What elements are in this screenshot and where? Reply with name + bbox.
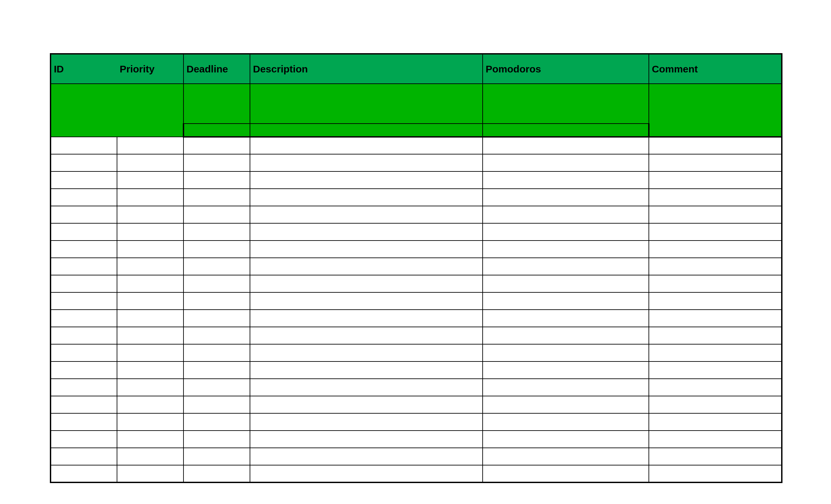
- cell-id[interactable]: [51, 292, 117, 309]
- cell-description[interactable]: [250, 327, 483, 344]
- table-row[interactable]: [51, 448, 782, 465]
- cell-priority[interactable]: [117, 361, 183, 379]
- table-row[interactable]: [51, 275, 782, 292]
- cell-id[interactable]: [51, 154, 117, 172]
- cell-deadline[interactable]: [183, 189, 250, 206]
- cell-comment[interactable]: [649, 154, 782, 172]
- cell-id[interactable]: [51, 448, 117, 465]
- cell-deadline[interactable]: [183, 275, 250, 292]
- cell-deadline[interactable]: [183, 154, 250, 172]
- table-row[interactable]: [51, 309, 782, 327]
- cell-comment[interactable]: [649, 309, 782, 327]
- cell-comment[interactable]: [649, 327, 782, 344]
- table-row[interactable]: [51, 413, 782, 431]
- cell-priority[interactable]: [117, 241, 183, 258]
- table-row[interactable]: [51, 344, 782, 361]
- cell-description[interactable]: [250, 275, 483, 292]
- cell-comment[interactable]: [649, 189, 782, 206]
- cell-id[interactable]: [51, 206, 117, 223]
- cell-comment[interactable]: [649, 241, 782, 258]
- cell-description[interactable]: [250, 309, 483, 327]
- cell-deadline[interactable]: [183, 258, 250, 275]
- cell-comment[interactable]: [649, 172, 782, 189]
- cell-comment[interactable]: [649, 223, 782, 241]
- cell-deadline[interactable]: [183, 379, 250, 396]
- cell-description[interactable]: [250, 413, 483, 431]
- cell-priority[interactable]: [117, 396, 183, 413]
- table-row[interactable]: [51, 206, 782, 223]
- cell-deadline[interactable]: [183, 223, 250, 241]
- cell-description[interactable]: [250, 379, 483, 396]
- cell-description[interactable]: [250, 431, 483, 448]
- cell-priority[interactable]: [117, 413, 183, 431]
- cell-id[interactable]: [51, 309, 117, 327]
- cell-description[interactable]: [250, 172, 483, 189]
- cell-description[interactable]: [250, 448, 483, 465]
- cell-comment[interactable]: [649, 292, 782, 309]
- cell-id[interactable]: [51, 413, 117, 431]
- cell-id[interactable]: [51, 327, 117, 344]
- table-row[interactable]: [51, 258, 782, 275]
- cell-pomodoros[interactable]: [483, 258, 649, 275]
- cell-pomodoros[interactable]: [483, 327, 649, 344]
- cell-pomodoros[interactable]: [483, 223, 649, 241]
- cell-pomodoros[interactable]: [483, 189, 649, 206]
- cell-pomodoros[interactable]: [483, 206, 649, 223]
- cell-id[interactable]: [51, 361, 117, 379]
- table-row[interactable]: [51, 327, 782, 344]
- table-row[interactable]: [51, 241, 782, 258]
- cell-pomodoros[interactable]: [483, 448, 649, 465]
- cell-id[interactable]: [51, 275, 117, 292]
- cell-pomodoros[interactable]: [483, 379, 649, 396]
- cell-deadline[interactable]: [183, 327, 250, 344]
- cell-deadline[interactable]: [183, 431, 250, 448]
- cell-comment[interactable]: [649, 361, 782, 379]
- cell-priority[interactable]: [117, 275, 183, 292]
- cell-priority[interactable]: [117, 154, 183, 172]
- cell-pomodoros[interactable]: [483, 172, 649, 189]
- table-row[interactable]: [51, 465, 782, 482]
- cell-priority[interactable]: [117, 431, 183, 448]
- cell-priority[interactable]: [117, 223, 183, 241]
- cell-pomodoros[interactable]: [483, 275, 649, 292]
- cell-deadline[interactable]: [183, 172, 250, 189]
- cell-comment[interactable]: [649, 413, 782, 431]
- cell-priority[interactable]: [117, 379, 183, 396]
- cell-priority[interactable]: [117, 189, 183, 206]
- table-row[interactable]: [51, 431, 782, 448]
- cell-pomodoros[interactable]: [483, 241, 649, 258]
- cell-deadline[interactable]: [183, 465, 250, 482]
- table-row[interactable]: [51, 223, 782, 241]
- cell-priority[interactable]: [117, 344, 183, 361]
- table-row[interactable]: [51, 189, 782, 206]
- cell-priority[interactable]: [117, 206, 183, 223]
- table-row[interactable]: [51, 379, 782, 396]
- cell-id[interactable]: [51, 137, 117, 154]
- cell-comment[interactable]: [649, 465, 782, 482]
- cell-id[interactable]: [51, 465, 117, 482]
- cell-deadline[interactable]: [183, 448, 250, 465]
- cell-description[interactable]: [250, 465, 483, 482]
- cell-comment[interactable]: [649, 379, 782, 396]
- cell-pomodoros[interactable]: [483, 154, 649, 172]
- cell-priority[interactable]: [117, 465, 183, 482]
- cell-pomodoros[interactable]: [483, 431, 649, 448]
- cell-comment[interactable]: [649, 206, 782, 223]
- cell-description[interactable]: [250, 206, 483, 223]
- cell-id[interactable]: [51, 241, 117, 258]
- cell-priority[interactable]: [117, 258, 183, 275]
- cell-pomodoros[interactable]: [483, 309, 649, 327]
- cell-id[interactable]: [51, 223, 117, 241]
- cell-comment[interactable]: [649, 258, 782, 275]
- cell-description[interactable]: [250, 241, 483, 258]
- cell-deadline[interactable]: [183, 309, 250, 327]
- cell-description[interactable]: [250, 137, 483, 154]
- cell-deadline[interactable]: [183, 344, 250, 361]
- cell-comment[interactable]: [649, 396, 782, 413]
- cell-deadline[interactable]: [183, 137, 250, 154]
- cell-description[interactable]: [250, 258, 483, 275]
- cell-deadline[interactable]: [183, 413, 250, 431]
- table-row[interactable]: [51, 154, 782, 172]
- cell-id[interactable]: [51, 396, 117, 413]
- cell-deadline[interactable]: [183, 396, 250, 413]
